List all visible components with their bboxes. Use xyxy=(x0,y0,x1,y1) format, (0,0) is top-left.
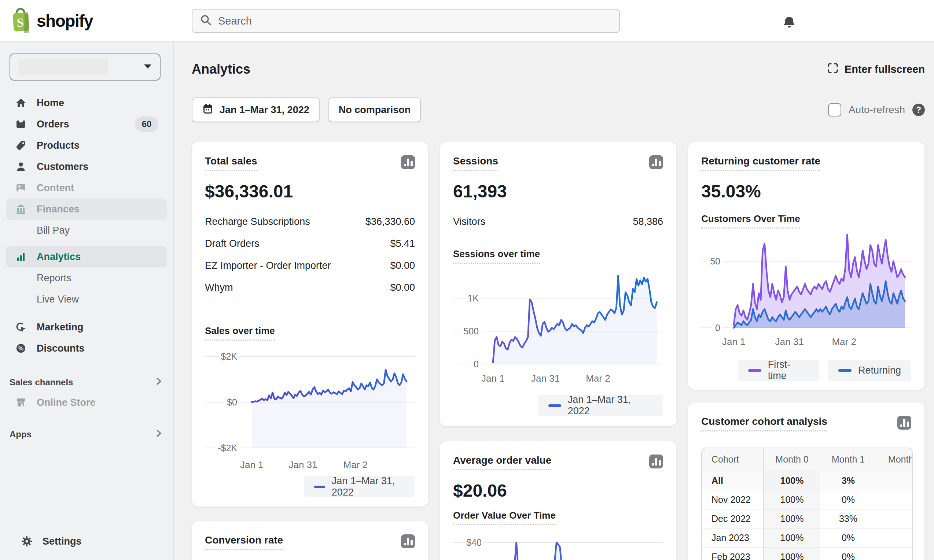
total-sales-value: $36,336.01 xyxy=(205,181,415,202)
svg-text:$2K: $2K xyxy=(221,351,238,362)
bar-chart-icon[interactable] xyxy=(649,155,663,169)
sidebar-nav: Home Orders 60 Products xyxy=(0,92,173,444)
svg-text:%: % xyxy=(19,345,23,352)
svg-text:Jan 31: Jan 31 xyxy=(289,459,318,470)
bar-chart-icon[interactable] xyxy=(649,454,663,468)
svg-text:Mar 2: Mar 2 xyxy=(586,373,610,384)
returning-rate-value: 35.03% xyxy=(701,181,911,202)
orders-count-badge: 60 xyxy=(135,117,158,132)
legend-dash-icon xyxy=(548,405,561,407)
notification-bell-icon[interactable] xyxy=(781,13,797,30)
aov-title: Average order value xyxy=(453,454,551,470)
svg-text:-$2K: -$2K xyxy=(218,443,237,453)
sales-over-time-chart: $2K$0-$2KJan 1Jan 31Mar 2 xyxy=(205,346,415,475)
sidebar-item-online-store[interactable]: Online Store xyxy=(6,392,167,413)
sales-channels-header[interactable]: Sales channels xyxy=(6,373,167,392)
analytics-bars-icon xyxy=(15,251,27,263)
search-icon xyxy=(200,14,212,28)
sidebar: Home Orders 60 Products xyxy=(0,42,174,560)
sidebar-item-discounts[interactable]: % Discounts xyxy=(6,338,167,359)
discounts-percent-icon: % xyxy=(15,342,27,355)
cohort-row: Dec 2022100% 33% xyxy=(702,509,913,528)
orders-icon xyxy=(15,118,27,131)
apps-header[interactable]: Apps xyxy=(6,425,167,444)
svg-text:Jan 1: Jan 1 xyxy=(481,373,505,384)
shopify-logo[interactable]: S shopify xyxy=(9,7,93,34)
chevron-right-icon xyxy=(154,377,164,388)
page-title: Analytics xyxy=(192,62,250,77)
bar-chart-icon[interactable] xyxy=(401,155,415,169)
sidebar-item-live-view[interactable]: Live View xyxy=(6,289,167,310)
products-tag-icon xyxy=(15,139,27,152)
legend-dash-icon xyxy=(838,369,852,372)
metric-row: Whym$0.00 xyxy=(205,281,415,294)
main-content: Analytics Enter fullscreen Jan 1–Mar xyxy=(174,42,934,560)
marketing-target-icon xyxy=(15,321,27,333)
legend-date-range: Jan 1–Mar 31, 2022 xyxy=(304,476,415,497)
search-bar[interactable] xyxy=(192,9,620,33)
finances-bank-icon xyxy=(15,203,27,215)
cohort-header-row: CohortMonth 0 Month 1Month 2 xyxy=(702,448,913,471)
svg-text:Jan 1: Jan 1 xyxy=(722,336,746,347)
caret-down-icon xyxy=(144,64,152,70)
store-selector[interactable] xyxy=(9,54,161,81)
auto-refresh-label: Auto-refresh xyxy=(849,104,905,116)
date-range-button[interactable]: Jan 1–Mar 31, 2022 xyxy=(192,97,320,122)
help-icon[interactable]: ? xyxy=(912,104,925,116)
sessions-title: Sessions xyxy=(453,155,498,171)
legend-returning: Returning xyxy=(828,360,911,381)
svg-text:S: S xyxy=(17,16,24,30)
svg-text:$40: $40 xyxy=(466,537,482,548)
conversion-title: Conversion rate xyxy=(205,534,283,550)
svg-text:1K: 1K xyxy=(467,293,479,303)
sidebar-item-home[interactable]: Home xyxy=(6,92,167,114)
order-value-over-time-chart: $40 xyxy=(453,529,663,560)
svg-text:Mar 2: Mar 2 xyxy=(832,336,856,347)
bar-chart-icon[interactable] xyxy=(401,534,415,548)
sidebar-item-products[interactable]: Products xyxy=(6,135,167,156)
svg-text:Jan 31: Jan 31 xyxy=(531,373,560,384)
legend-dash-icon xyxy=(314,486,325,488)
customer-cohort-card: Customer cohort analysis CohortMonth 0 M… xyxy=(688,403,925,560)
sidebar-item-customers[interactable]: Customers xyxy=(6,156,167,177)
sidebar-item-analytics[interactable]: Analytics xyxy=(6,246,167,268)
sidebar-item-reports[interactable]: Reports xyxy=(6,268,167,289)
search-input[interactable] xyxy=(218,15,585,27)
shopify-bag-icon: S xyxy=(9,7,32,35)
sidebar-item-bill-pay[interactable]: Bill Pay xyxy=(6,220,167,241)
legend-dash-icon xyxy=(748,369,761,372)
svg-text:$0: $0 xyxy=(227,397,237,407)
svg-text:Jan 1: Jan 1 xyxy=(240,459,264,470)
brand-wordmark: shopify xyxy=(37,11,93,31)
cohort-row: Feb 2023100% 0% xyxy=(702,547,913,560)
metric-row: Visitors58,386 xyxy=(453,215,663,228)
returning-rate-title: Returning customer rate xyxy=(701,155,820,171)
customers-icon xyxy=(15,160,27,173)
sidebar-item-finances[interactable]: Finances xyxy=(6,198,167,220)
sidebar-item-content[interactable]: Content xyxy=(6,177,167,198)
calendar-icon xyxy=(202,103,214,117)
sales-over-time-label: Sales over time xyxy=(205,325,275,341)
legend-date-range: Jan 1–Mar 31, 2022 xyxy=(538,395,663,416)
svg-text:50: 50 xyxy=(710,256,720,266)
customers-over-time-chart: 500Jan 1Jan 31Mar 2 xyxy=(701,231,911,352)
customers-over-time-label: Customers Over Time xyxy=(701,213,800,229)
bar-chart-icon[interactable] xyxy=(897,416,911,429)
sidebar-item-marketing[interactable]: Marketing xyxy=(6,317,167,338)
auto-refresh-checkbox[interactable] xyxy=(828,103,841,117)
cohort-table: CohortMonth 0 Month 1Month 2 All100% 3% … xyxy=(701,448,913,560)
total-sales-card: Total sales $36,336.01 Recharge Subscrip… xyxy=(192,142,428,506)
gear-icon xyxy=(20,535,33,548)
sidebar-item-orders[interactable]: Orders 60 xyxy=(6,114,167,135)
comparison-button[interactable]: No comparison xyxy=(329,97,421,122)
svg-text:0: 0 xyxy=(474,359,479,369)
sidebar-item-settings[interactable]: Settings xyxy=(12,531,161,552)
sessions-over-time-chart: 1K5000Jan 1Jan 31Mar 2 xyxy=(453,268,663,388)
average-order-value-card: Average order value $20.06 Order Value O… xyxy=(440,442,676,560)
metric-row: Draft Orders$5.41 xyxy=(205,237,415,250)
enter-fullscreen-button[interactable]: Enter fullscreen xyxy=(827,62,925,77)
svg-text:500: 500 xyxy=(463,326,479,336)
cohort-row: Jan 2023100% 0% xyxy=(702,528,913,547)
cohort-title: Customer cohort analysis xyxy=(701,416,827,431)
legend-first-time: First-time xyxy=(738,360,819,381)
